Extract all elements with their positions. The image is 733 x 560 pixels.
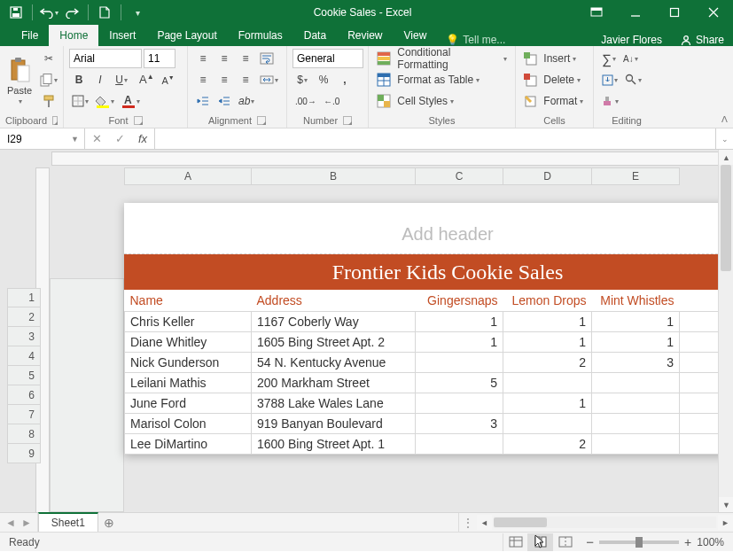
vscroll-thumb[interactable]	[721, 165, 731, 271]
cut-button[interactable]: ✂	[37, 49, 60, 68]
align-bottom-button[interactable]: ≡	[236, 49, 255, 68]
autosum-button[interactable]: ∑▾	[599, 49, 619, 68]
cell[interactable]	[416, 434, 503, 455]
cell[interactable]	[592, 434, 680, 455]
decrease-decimal-button[interactable]: ←.0	[321, 91, 342, 111]
cell[interactable]	[680, 414, 719, 434]
font-size-combo[interactable]	[144, 49, 175, 68]
tab-scroll-left-button[interactable]: ◄	[5, 517, 16, 529]
cell[interactable]: 1	[503, 312, 592, 332]
row-header[interactable]: 4	[7, 346, 41, 366]
zoom-level[interactable]: 100%	[697, 536, 724, 548]
table-header[interactable]: Mint Whistles	[592, 290, 680, 312]
table-header[interactable]: Address	[252, 290, 416, 312]
cell[interactable]	[680, 332, 719, 353]
row-header[interactable]: 6	[7, 385, 41, 405]
table-header[interactable]: M...	[680, 290, 719, 312]
cell[interactable]: 1	[503, 393, 592, 414]
bold-button[interactable]: B	[69, 70, 89, 89]
cell[interactable]: 3	[416, 414, 503, 434]
cell[interactable]: 2	[503, 434, 592, 455]
horizontal-scrollbar[interactable]: ⋮ ◄ ►	[458, 513, 733, 532]
cell[interactable]	[592, 393, 680, 414]
increase-indent-button[interactable]	[214, 91, 234, 111]
cancel-formula-button[interactable]: ✕	[85, 132, 108, 145]
cell[interactable]	[503, 373, 592, 393]
cell[interactable]: 200 Markham Street	[252, 373, 416, 393]
font-name-combo[interactable]	[69, 49, 142, 68]
table-header[interactable]: Gingersnaps	[416, 290, 503, 312]
cell[interactable]: Marisol Colon	[125, 414, 252, 434]
cell[interactable]	[592, 373, 680, 393]
normal-view-button[interactable]	[503, 533, 527, 551]
share-button[interactable]: Share	[671, 34, 733, 46]
maximize-button[interactable]	[655, 0, 694, 25]
shrink-font-button[interactable]: A▼	[159, 70, 178, 89]
column-header[interactable]: A	[125, 167, 252, 185]
page-layout-view-button[interactable]	[527, 533, 552, 551]
table-header[interactable]: Lemon Drops	[503, 290, 592, 312]
cell[interactable]	[680, 434, 719, 455]
tab-scroll-right-button[interactable]: ►	[21, 517, 32, 529]
increase-decimal-button[interactable]: .00→	[292, 91, 319, 111]
cell[interactable]: 1600 Bing Street Apt. 1	[252, 434, 416, 455]
orientation-button[interactable]: ab▾	[236, 91, 257, 111]
row-header[interactable]: 7	[7, 405, 41, 424]
cell[interactable]: 1	[503, 332, 592, 353]
cell[interactable]	[592, 414, 680, 434]
cell[interactable]: 1	[592, 332, 680, 353]
minimize-button[interactable]	[616, 0, 655, 25]
clipboard-dialog-launcher[interactable]	[52, 116, 58, 125]
redo-button[interactable]	[61, 2, 82, 23]
cell[interactable]: 1605 Bing Street Apt. 2	[252, 332, 416, 353]
clear-button[interactable]: ▾	[599, 91, 621, 111]
number-format-combo[interactable]	[292, 49, 363, 68]
row-header[interactable]: 2	[7, 307, 41, 327]
format-cells-button[interactable]: Format▾	[521, 91, 588, 111]
align-right-button[interactable]: ≡	[236, 70, 255, 89]
fill-color-button[interactable]: ▾	[93, 91, 117, 111]
close-button[interactable]	[694, 0, 733, 25]
zoom-in-button[interactable]: +	[684, 535, 691, 549]
column-header[interactable]: E	[592, 167, 680, 185]
scroll-left-button[interactable]: ◄	[477, 515, 492, 530]
cell[interactable]: Lee DiMartino	[125, 434, 252, 455]
format-painter-button[interactable]	[37, 91, 60, 111]
cell[interactable]: Nick Gunderson	[125, 353, 252, 373]
scroll-up-button[interactable]: ▲	[719, 150, 733, 165]
find-select-button[interactable]: ▾	[622, 70, 644, 89]
grow-font-button[interactable]: A▲	[136, 70, 157, 89]
cell[interactable]	[503, 414, 592, 434]
save-button[interactable]	[5, 2, 27, 23]
paste-button[interactable]: Paste▾	[5, 49, 34, 113]
tab-view[interactable]: View	[394, 25, 438, 46]
wrap-text-button[interactable]	[257, 49, 277, 68]
tab-page-layout[interactable]: Page Layout	[146, 25, 227, 46]
align-center-button[interactable]: ≡	[214, 70, 234, 89]
delete-cells-button[interactable]: Delete▾	[521, 70, 588, 89]
tab-file[interactable]: File	[11, 25, 49, 46]
cell[interactable]: 1	[416, 332, 503, 353]
new-sheet-button[interactable]: ⊕	[98, 513, 120, 532]
tab-review[interactable]: Review	[337, 25, 393, 46]
row-header[interactable]: 3	[7, 327, 41, 346]
formula-input[interactable]	[155, 128, 715, 149]
copy-button[interactable]: ▾	[37, 70, 60, 89]
font-dialog-launcher[interactable]	[134, 116, 143, 125]
tab-insert[interactable]: Insert	[98, 25, 146, 46]
sheet-tab-sheet1[interactable]: Sheet1	[38, 512, 98, 532]
number-dialog-launcher[interactable]	[343, 116, 352, 125]
page-break-view-button[interactable]	[552, 533, 577, 551]
collapse-ribbon-button[interactable]: ᐱ	[721, 114, 728, 124]
horizontal-ruler[interactable]	[51, 152, 718, 166]
insert-cells-button[interactable]: Insert▾	[521, 49, 588, 68]
comma-format-button[interactable]: ,	[335, 70, 355, 89]
underline-button[interactable]: U▾	[112, 70, 131, 89]
row-header[interactable]: 9	[7, 444, 41, 463]
borders-button[interactable]: ▾	[69, 91, 91, 111]
cell[interactable]: 54 N. Kentucky Avenue	[252, 353, 416, 373]
row-header[interactable]: 5	[7, 366, 41, 385]
sheet-title-cell[interactable]: Frontier Kids Cookie Sales	[124, 254, 718, 290]
zoom-slider[interactable]	[599, 541, 679, 544]
sort-filter-button[interactable]: A↓▾	[620, 49, 641, 68]
